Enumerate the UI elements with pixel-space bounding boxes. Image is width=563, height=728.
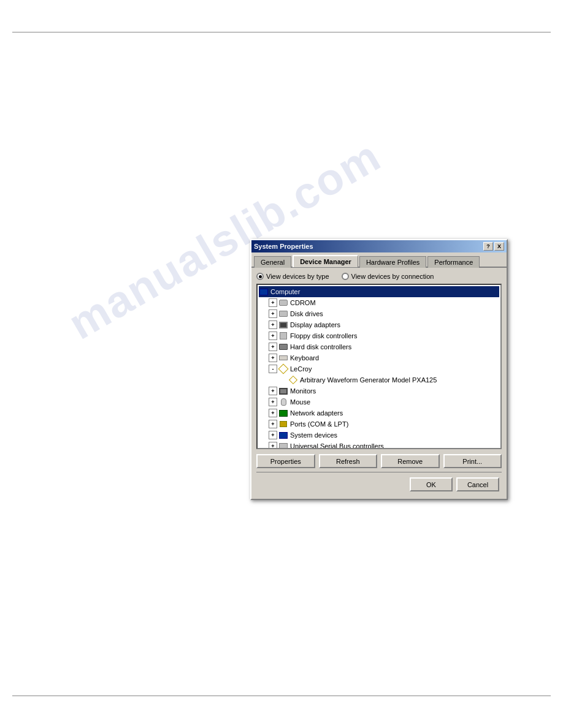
lecroy-icon (278, 364, 288, 374)
refresh-button[interactable]: Refresh (319, 454, 378, 468)
action-buttons-row: Properties Refresh Remove Print... (256, 454, 502, 468)
expand-keyboard[interactable]: + (269, 354, 277, 362)
tree-item-monitors[interactable]: + Monitors (259, 385, 499, 396)
close-button[interactable]: X (494, 242, 504, 251)
tree-label-ports: Ports (COM & LPT) (290, 420, 348, 428)
tab-device-manager[interactable]: Device Manager (293, 255, 358, 267)
tree-label-disk: Disk drives (290, 310, 323, 317)
radio-connection-label: View devices by connection (351, 273, 434, 280)
tree-label-floppy: Floppy disk controllers (290, 332, 357, 339)
expand-harddisk[interactable]: + (269, 343, 277, 351)
dialog-content: View devices by type View devices by con… (251, 268, 507, 499)
expand-floppy[interactable]: + (269, 332, 277, 340)
tree-item-display-adapters[interactable]: + Display adapters (259, 319, 499, 330)
system-properties-dialog: System Properties ? X General Device Man… (250, 239, 508, 500)
tree-label-monitors: Monitors (290, 387, 316, 395)
tree-item-usb[interactable]: + Universal Serial Bus controllers (259, 441, 499, 449)
tree-label-network: Network adapters (290, 409, 343, 417)
tree-label-mouse: Mouse (290, 398, 310, 406)
page-top-border (12, 32, 551, 32)
cdrom-icon (278, 298, 288, 308)
page-bottom-border (12, 696, 551, 696)
title-bar: System Properties ? X (251, 240, 507, 252)
tree-item-mouse[interactable]: + Mouse (259, 396, 499, 408)
computer-icon (259, 287, 269, 297)
expand-lecroy[interactable]: - (269, 365, 277, 373)
keyboard-icon (278, 353, 288, 363)
expand-disk[interactable]: + (269, 309, 277, 318)
expand-display[interactable]: + (269, 320, 277, 329)
tree-item-lecroy[interactable]: - LeCroy (259, 363, 499, 374)
expand-network[interactable]: + (269, 409, 277, 417)
ok-cancel-row: OK Cancel (256, 475, 502, 494)
radio-connection-indicator (342, 273, 349, 280)
separator (256, 472, 502, 472)
tree-label-sysdev: System devices (290, 431, 337, 439)
ok-button[interactable]: OK (410, 477, 453, 491)
tab-general[interactable]: General (254, 256, 291, 268)
print-button[interactable]: Print... (443, 454, 502, 468)
view-options-row: View devices by type View devices by con… (256, 273, 502, 280)
expand-ports[interactable]: + (269, 420, 277, 428)
expand-monitors[interactable]: + (269, 387, 277, 395)
expand-sysdev[interactable]: + (269, 431, 277, 439)
tabs-container: General Device Manager Hardware Profiles… (251, 252, 507, 268)
device-tree[interactable]: Computer + CDROM + Disk drives (256, 284, 502, 449)
tab-performance[interactable]: Performance (427, 256, 480, 268)
dialog-title: System Properties (254, 243, 313, 250)
tab-hardware-profiles[interactable]: Hardware Profiles (359, 256, 426, 268)
expand-cdrom[interactable]: + (269, 298, 277, 307)
tree-item-awg[interactable]: Arbitrary Waveform Generator Model PXA12… (259, 374, 499, 385)
tree-item-floppy[interactable]: + Floppy disk controllers (259, 330, 499, 341)
tree-label-cdrom: CDROM (290, 299, 316, 306)
tree-label-usb: Universal Serial Bus controllers (290, 442, 384, 449)
tree-label-lecroy: LeCroy (290, 365, 312, 373)
radio-view-by-connection[interactable]: View devices by connection (342, 273, 434, 280)
radio-type-label: View devices by type (266, 273, 329, 280)
radio-view-by-type[interactable]: View devices by type (256, 273, 329, 280)
harddisk-icon (278, 342, 288, 352)
radio-type-indicator (256, 273, 264, 280)
tree-item-cdrom[interactable]: + CDROM (259, 297, 499, 308)
cancel-button[interactable]: Cancel (456, 477, 499, 491)
tree-item-sysdev[interactable]: + System devices (259, 430, 499, 441)
tree-label-awg: Arbitrary Waveform Generator Model PXA12… (300, 376, 437, 384)
title-bar-buttons: ? X (483, 242, 504, 251)
tree-label-display: Display adapters (290, 321, 340, 328)
tree-label-keyboard: Keyboard (290, 354, 319, 362)
network-icon (278, 408, 288, 418)
disk-icon (278, 309, 288, 319)
tree-label-harddisk: Hard disk controllers (290, 343, 351, 351)
tree-item-ports[interactable]: + Ports (COM & LPT) (259, 419, 499, 430)
tree-item-keyboard[interactable]: + Keyboard (259, 352, 499, 363)
tree-item-harddisk[interactable]: + Hard disk controllers (259, 341, 499, 352)
display-icon (278, 320, 288, 330)
help-button[interactable]: ? (483, 242, 493, 251)
remove-button[interactable]: Remove (381, 454, 440, 468)
usb-icon (278, 441, 288, 449)
expand-mouse[interactable]: + (269, 398, 277, 406)
properties-button[interactable]: Properties (256, 454, 315, 468)
monitor-icon (278, 386, 288, 396)
tree-item-disk-drives[interactable]: + Disk drives (259, 308, 499, 319)
mouse-icon (278, 397, 288, 407)
awg-icon (288, 375, 298, 385)
tree-label-computer: Computer (270, 288, 300, 295)
expand-usb[interactable]: + (269, 442, 277, 449)
tree-item-computer[interactable]: Computer (259, 286, 499, 297)
tree-item-network[interactable]: + Network adapters (259, 408, 499, 419)
floppy-icon (278, 331, 288, 341)
ports-icon (278, 419, 288, 429)
sysdev-icon (278, 430, 288, 440)
